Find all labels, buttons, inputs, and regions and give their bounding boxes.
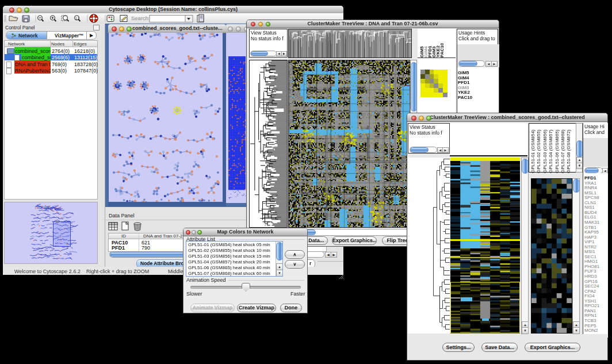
svg-text:1:1: 1:1 <box>75 17 79 20</box>
svg-text:Search:: Search: <box>131 15 150 21</box>
